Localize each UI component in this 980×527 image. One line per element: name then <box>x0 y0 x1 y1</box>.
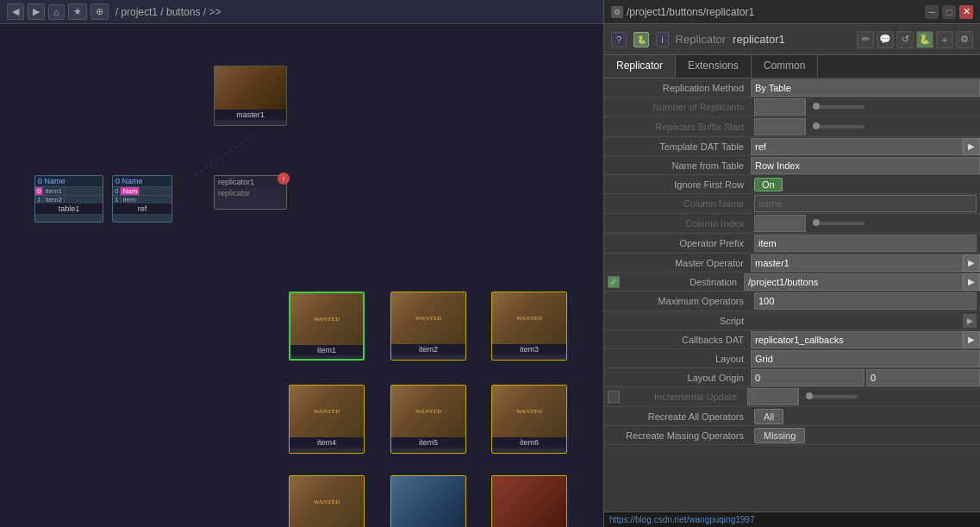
layout-origin-y-input[interactable] <box>866 369 980 386</box>
replicator-node[interactable]: replicator1 ! replicator <box>214 175 287 210</box>
max-operators-label: Maximum Operators <box>604 296 751 306</box>
props-content[interactable]: Replication Method By Table By Count Num… <box>604 78 980 511</box>
props-titlebar: ⚙ /project1/buttons/replicator1 ─ □ ✕ <box>604 0 980 24</box>
nav-forward-btn[interactable]: ▶ <box>28 3 45 20</box>
replicator-badge: ! <box>278 173 290 185</box>
callbacks-dat-field[interactable]: ▶ <box>751 331 980 348</box>
column-index-input[interactable] <box>754 215 806 232</box>
suffix-start-input[interactable] <box>754 118 806 135</box>
master-node[interactable]: master1 <box>214 66 287 126</box>
item2-node[interactable]: item2 <box>390 292 466 361</box>
comment-icon-btn[interactable]: 💬 <box>877 31 894 48</box>
item4-node[interactable]: item4 <box>289 385 365 454</box>
layout-dropdown[interactable]: Grid None <box>751 350 980 367</box>
template-dat-browse-btn[interactable]: ▶ <box>963 138 980 155</box>
close-btn[interactable]: ✕ <box>959 5 973 19</box>
incremental-update-slider[interactable] <box>806 395 858 398</box>
incremental-update-row: Incremental Update <box>604 387 980 407</box>
template-dat-row: Template DAT Table ▶ <box>604 137 980 156</box>
item4-label: item4 <box>290 437 364 448</box>
callbacks-dat-label: Callbacks DAT <box>604 335 751 345</box>
ignore-first-row-toggle[interactable]: On <box>754 178 783 191</box>
callbacks-dat-browse-btn[interactable]: ▶ <box>963 331 980 348</box>
ref-node[interactable]: 0 Name 0 Nam 1 item ref <box>112 175 172 223</box>
column-name-input[interactable] <box>754 195 977 212</box>
replication-method-dropdown[interactable]: By Table By Count <box>751 79 980 97</box>
item8-node[interactable]: item8 <box>390 475 466 527</box>
recreate-missing-label: Recreate Missing Operators <box>604 430 751 441</box>
status-bar: https://blog.csdn.net/wangpuqing1997 <box>604 511 980 527</box>
ignore-first-row-row: Ignore First Row On <box>604 175 980 194</box>
layout-select[interactable]: Grid None <box>751 350 980 367</box>
ref-node-row-2: 1 item <box>113 195 172 204</box>
template-dat-field[interactable]: ▶ <box>751 138 980 155</box>
tab-replicator[interactable]: Replicator <box>604 55 676 78</box>
destination-label: Destination <box>623 277 744 287</box>
num-replicants-slider[interactable] <box>813 105 865 109</box>
nav-bookmark-btn[interactable]: ★ <box>68 3 87 20</box>
master-operator-field[interactable]: ▶ <box>751 254 980 272</box>
incremental-update-input[interactable] <box>747 388 799 405</box>
name-from-table-select[interactable]: Row Index Column Name Column Index <box>751 157 980 174</box>
status-link[interactable]: https://blog.csdn.net/wangpuqing1997 <box>609 515 754 524</box>
ref-node-header: 0 Name <box>113 176 172 186</box>
replication-method-select[interactable]: By Table By Count <box>751 79 980 97</box>
python2-icon-btn[interactable]: 🐍 <box>916 31 933 48</box>
destination-input[interactable] <box>744 273 963 291</box>
recreate-missing-btn[interactable]: Missing <box>754 428 805 443</box>
item5-node[interactable]: item5 <box>390 385 466 454</box>
incremental-checkbox[interactable] <box>608 391 620 403</box>
props-header: ? 🐍 i Replicator replicator1 ✏ 💬 ↺ 🐍 + ⚙ <box>604 24 980 55</box>
header-info-btn[interactable]: i <box>656 32 668 47</box>
refresh-icon-btn[interactable]: ↺ <box>896 31 914 48</box>
operator-prefix-label: Operator Prefix <box>604 238 751 248</box>
layout-row: Layout Grid None <box>604 349 980 368</box>
item1-node[interactable]: item1 <box>289 292 365 361</box>
ref-node-label: ref <box>113 204 172 214</box>
item7-node[interactable]: item7 <box>289 475 365 527</box>
python-icon: 🐍 <box>634 32 649 47</box>
callbacks-dat-input[interactable] <box>751 331 963 348</box>
suffix-start-slider[interactable] <box>813 125 865 129</box>
master-operator-input[interactable] <box>751 254 963 272</box>
recreate-all-btn[interactable]: All <box>754 409 783 424</box>
name-from-table-dropdown[interactable]: Row Index Column Name Column Index <box>751 157 980 174</box>
svg-line-20 <box>86 135 254 178</box>
nav-home-btn[interactable]: ⌂ <box>48 4 65 20</box>
tab-common[interactable]: Common <box>752 55 819 78</box>
layout-origin-row: Layout Origin <box>604 368 980 387</box>
nav-back-btn[interactable]: ◀ <box>7 3 24 20</box>
minimize-btn[interactable]: ─ <box>925 5 939 19</box>
operator-prefix-input[interactable] <box>754 235 977 252</box>
nav-add-btn[interactable]: ⊕ <box>91 3 109 20</box>
header-help-btn[interactable]: ? <box>611 32 627 47</box>
table-node[interactable]: 0 Name 0 item1 1 item2 table1 <box>34 175 103 223</box>
column-index-slider[interactable] <box>813 222 865 225</box>
item6-label: item6 <box>492 437 566 448</box>
column-index-label: Column Index <box>604 218 751 229</box>
destination-field[interactable]: ▶ <box>744 273 980 291</box>
tab-extensions[interactable]: Extensions <box>676 55 752 78</box>
maximize-btn[interactable]: □ <box>942 5 956 19</box>
layout-origin-inputs[interactable] <box>751 369 980 386</box>
layout-origin-x-input[interactable] <box>751 369 865 386</box>
master-operator-browse-btn[interactable]: ▶ <box>963 254 980 272</box>
item3-node[interactable]: item3 <box>491 292 567 361</box>
destination-browse-btn[interactable]: ▶ <box>963 273 980 291</box>
template-dat-input[interactable] <box>751 138 963 155</box>
item5-label: item5 <box>391 437 465 448</box>
destination-checkbox[interactable]: ✓ <box>608 276 620 288</box>
master-operator-label: Master Operator <box>604 258 751 268</box>
max-operators-input[interactable] <box>754 292 977 310</box>
name-from-table-label: Name from Table <box>604 160 751 171</box>
add-icon-btn[interactable]: + <box>936 31 953 48</box>
item6-node[interactable]: item6 <box>491 385 567 454</box>
item9-node[interactable]: item9 <box>491 475 567 527</box>
node-canvas[interactable]: master1 replicator1 ! replicator 0 Name … <box>0 24 603 527</box>
num-replicants-input[interactable] <box>754 98 806 116</box>
edit-icon-btn[interactable]: ✏ <box>857 31 874 48</box>
destination-row: ✓ Destination ▶ <box>604 273 980 292</box>
item1-label: item1 <box>290 345 363 355</box>
script-play-btn[interactable]: ▶ <box>963 314 977 328</box>
settings-icon-btn[interactable]: ⚙ <box>956 31 973 48</box>
